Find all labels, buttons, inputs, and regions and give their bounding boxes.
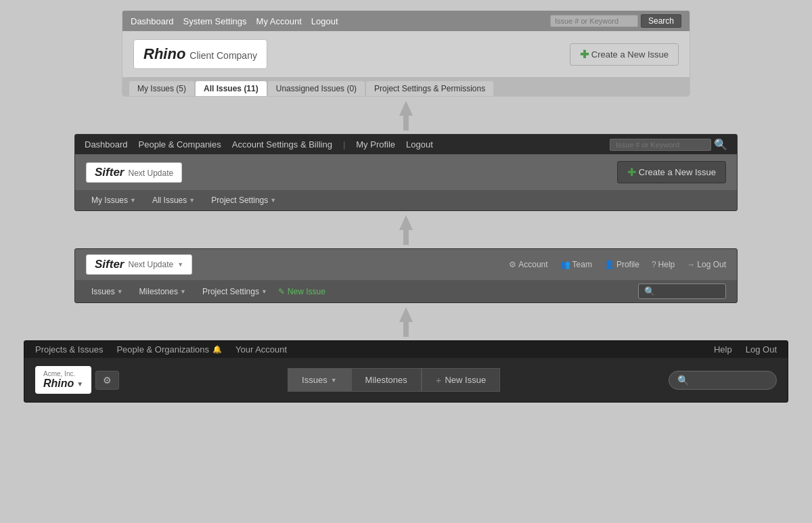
panel1-logo: Rhino Client Company bbox=[133, 39, 267, 69]
p4-tab-issues[interactable]: Issues ▼ bbox=[288, 368, 351, 392]
dropdown-icon: ▼ bbox=[177, 261, 183, 268]
p3-account-label: Account bbox=[518, 260, 547, 269]
p3-sub-milestones[interactable]: Milestones ▼ bbox=[134, 285, 191, 298]
p3-help-label: Help bbox=[658, 260, 675, 269]
panel3-header: Sifter Next Update ▼ ⚙ Account 👥 Team 👤 … bbox=[75, 249, 737, 280]
panel1-create-label: Create a New Issue bbox=[591, 49, 669, 60]
p2-nav-account[interactable]: Account Settings & Billing bbox=[232, 139, 332, 150]
arrow-2 bbox=[396, 211, 416, 248]
panel-1: Dashboard System Settings My Account Log… bbox=[122, 10, 690, 97]
p3-sub-project-settings[interactable]: Project Settings ▼ bbox=[197, 285, 273, 298]
p2-nav-people[interactable]: People & Companies bbox=[139, 139, 221, 150]
panel2-search-input[interactable] bbox=[610, 139, 711, 151]
svg-marker-2 bbox=[399, 307, 413, 337]
panel2-logo-subtitle: Next Update bbox=[128, 168, 173, 178]
svg-marker-1 bbox=[399, 215, 413, 245]
nav-link-logout[interactable]: Logout bbox=[311, 16, 338, 26]
p2-nav-profile[interactable]: My Profile bbox=[356, 139, 395, 150]
p4-nav-people[interactable]: People & Organizations bbox=[116, 344, 209, 355]
notification-icon: 🔔 bbox=[212, 345, 222, 354]
panel1-nav: Dashboard System Settings My Account Log… bbox=[122, 11, 690, 31]
nav-link-system-settings[interactable]: System Settings bbox=[183, 16, 247, 26]
tab-project-settings[interactable]: Project Settings & Permissions bbox=[366, 81, 493, 96]
panel2-nav-left: Dashboard People & Companies Account Set… bbox=[85, 139, 433, 150]
caret-icon: ▼ bbox=[130, 197, 136, 204]
panel2-create-label: Create a New Issue bbox=[639, 167, 716, 177]
panel3-logo-subtitle: Next Update bbox=[128, 260, 173, 269]
caret-icon: ▼ bbox=[261, 288, 267, 295]
p3-logout-label: Log Out bbox=[697, 260, 726, 269]
panel4-sub-left: Acme, Inc. Rhino ▼ ⚙ bbox=[35, 366, 119, 394]
profile-icon: 👤 bbox=[604, 260, 614, 269]
tab-my-issues[interactable]: My Issues (5) bbox=[129, 81, 194, 96]
panel4-sub: Acme, Inc. Rhino ▼ ⚙ Issues ▼ Milestones bbox=[24, 358, 788, 402]
search-icon[interactable]: 🔍 bbox=[714, 138, 727, 151]
caret-icon: ▼ bbox=[331, 377, 337, 384]
down-arrow-icon bbox=[396, 215, 416, 245]
plus-icon: ✚ bbox=[627, 166, 636, 179]
p4-milestones-label: Milestones bbox=[365, 375, 407, 385]
plus-icon: ✚ bbox=[580, 48, 589, 61]
panel2-logo-name: Sifter bbox=[95, 166, 124, 179]
p2-nav-logout[interactable]: Logout bbox=[406, 139, 433, 150]
panel4-settings-button[interactable]: ⚙ bbox=[95, 371, 119, 390]
panel-4: Projects & Issues People & Organizations… bbox=[24, 340, 788, 403]
panel1-search-button[interactable]: Search bbox=[641, 14, 681, 28]
panel4-top-nav: Projects & Issues People & Organizations… bbox=[24, 341, 788, 358]
p4-nav-projects[interactable]: Projects & Issues bbox=[35, 344, 103, 355]
panel3-logo: Sifter Next Update ▼ bbox=[86, 254, 192, 275]
team-icon: 👥 bbox=[560, 260, 570, 269]
panel2-create-button[interactable]: ✚ Create a New Issue bbox=[617, 161, 726, 183]
nav-link-my-account[interactable]: My Account bbox=[256, 16, 302, 26]
panel4-search-input[interactable] bbox=[693, 376, 768, 385]
down-arrow-icon bbox=[396, 307, 416, 337]
p3-nav-team[interactable]: 👥 Team bbox=[560, 260, 592, 269]
p3-new-issue-button[interactable]: ✎ New Issue bbox=[278, 287, 325, 296]
p4-nav-account[interactable]: Your Account bbox=[235, 344, 287, 355]
p4-tab-new-issue[interactable]: + New Issue bbox=[422, 368, 500, 392]
p2-sub-my-issues[interactable]: My Issues ▼ bbox=[86, 194, 141, 207]
panel4-sub-tabs: Issues ▼ Milestones + New Issue bbox=[288, 368, 500, 392]
caret-icon: ▼ bbox=[270, 197, 276, 204]
p3-nav-logout[interactable]: → Log Out bbox=[687, 260, 726, 269]
tab-unassigned-issues[interactable]: Unassigned Issues (0) bbox=[268, 81, 365, 96]
search-icon: 🔍 bbox=[644, 286, 655, 296]
panel2-header: Sifter Next Update ✚ Create a New Issue bbox=[75, 154, 737, 190]
panel3-sub-left: Issues ▼ Milestones ▼ Project Settings ▼… bbox=[86, 285, 325, 298]
panel2-sub-nav: My Issues ▼ All Issues ▼ Project Setting… bbox=[75, 190, 737, 210]
p2-nav-dashboard[interactable]: Dashboard bbox=[85, 139, 128, 150]
p4-nav-help[interactable]: Help bbox=[714, 344, 732, 355]
p3-nav-account[interactable]: ⚙ Account bbox=[509, 260, 547, 269]
arrow-3 bbox=[396, 303, 416, 340]
panel3-logo-name: Sifter bbox=[95, 258, 124, 271]
panel1-header: Rhino Client Company ✚ Create a New Issu… bbox=[122, 31, 690, 77]
logout-icon: → bbox=[687, 260, 695, 269]
panel3-sub-nav: Issues ▼ Milestones ▼ Project Settings ▼… bbox=[75, 280, 737, 302]
panel-2: Dashboard People & Companies Account Set… bbox=[74, 134, 738, 211]
panel1-create-button[interactable]: ✚ Create a New Issue bbox=[570, 43, 679, 66]
panel3-nav-right: ⚙ Account 👥 Team 👤 Profile ? Help → Log … bbox=[509, 260, 726, 269]
p2-sub-all-issues[interactable]: All Issues ▼ bbox=[147, 194, 200, 207]
panel4-project-name: Rhino ▼ bbox=[43, 378, 83, 390]
p4-nav-logout[interactable]: Log Out bbox=[746, 344, 777, 355]
p2-sub-project-settings[interactable]: Project Settings ▼ bbox=[206, 194, 281, 207]
panel4-project-box: Acme, Inc. Rhino ▼ bbox=[35, 366, 91, 394]
p3-sub-issues[interactable]: Issues ▼ bbox=[86, 285, 129, 298]
search-icon: 🔍 bbox=[677, 375, 689, 386]
panel1-tabs: My Issues (5) All Issues (11) Unassigned… bbox=[122, 77, 690, 96]
p3-profile-label: Profile bbox=[616, 260, 639, 269]
p3-team-label: Team bbox=[572, 260, 592, 269]
p4-tab-milestones[interactable]: Milestones bbox=[351, 368, 422, 392]
panel1-logo-company: Client Company bbox=[189, 50, 257, 61]
help-icon: ? bbox=[652, 260, 656, 269]
panel1-search-input[interactable] bbox=[550, 15, 638, 27]
p3-nav-profile[interactable]: 👤 Profile bbox=[604, 260, 639, 269]
p3-nav-help[interactable]: ? Help bbox=[652, 260, 675, 269]
panel4-top-left: Projects & Issues People & Organizations… bbox=[35, 344, 287, 355]
caret-icon: ▼ bbox=[189, 197, 195, 204]
panel4-search-box: 🔍 bbox=[669, 371, 777, 390]
svg-marker-0 bbox=[399, 101, 413, 131]
tab-all-issues[interactable]: All Issues (11) bbox=[196, 81, 267, 96]
nav-link-dashboard[interactable]: Dashboard bbox=[131, 16, 174, 26]
panel4-top-right: Help Log Out bbox=[714, 344, 777, 355]
